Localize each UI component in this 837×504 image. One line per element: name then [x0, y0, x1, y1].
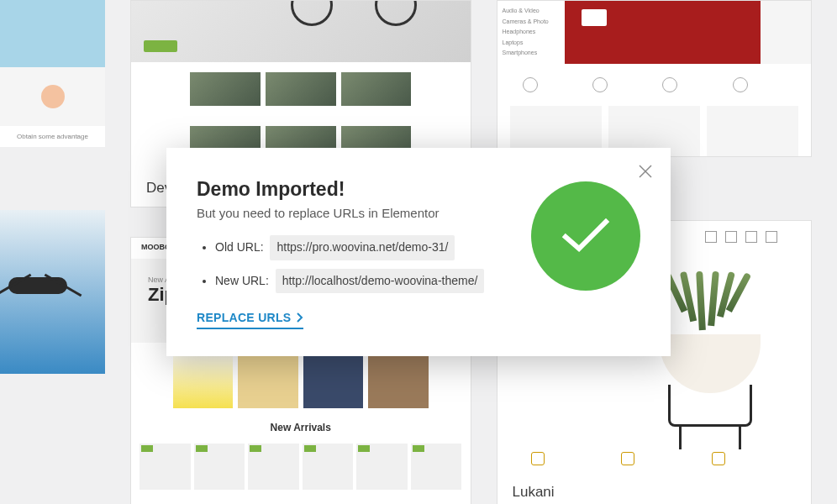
- sidebar-blue-banner: [0, 0, 105, 67]
- replace-urls-button[interactable]: Replace URLs: [197, 311, 303, 329]
- sidebar-drone-card: [0, 210, 105, 374]
- sidebar-image: [0, 67, 105, 126]
- new-url-label: New URL:: [215, 274, 269, 287]
- electronics-hero: [565, 1, 761, 64]
- devi-thumbs: [131, 62, 471, 116]
- close-icon: [639, 165, 652, 178]
- demo-card-electronics: Audio & VideoCameras & PhotoHeadphonesLa…: [497, 0, 813, 157]
- old-url-label: Old URL:: [215, 240, 264, 254]
- old-url-row: Old URL: https://pro.woovina.net/demo-31…: [215, 235, 514, 260]
- new-url-row: New URL: http://localhost/demo-woovina-t…: [215, 269, 514, 294]
- electronics-sidebar: Audio & VideoCameras & PhotoHeadphonesLa…: [497, 1, 565, 64]
- checkmark-icon: [561, 217, 611, 255]
- url-list: Old URL: https://pro.woovina.net/demo-31…: [197, 235, 514, 294]
- replace-urls-label: Replace URLs: [197, 311, 292, 324]
- electronics-side: [761, 1, 811, 64]
- sidebar-text: Obtain some advantage: [0, 126, 105, 147]
- old-url-value: https://pro.woovina.net/demo-31/: [270, 235, 455, 260]
- sidebar-column: Obtain some advantage: [0, 0, 105, 504]
- close-button[interactable]: [635, 161, 655, 181]
- demo-card-label: Lukani: [497, 474, 812, 504]
- sidebar-card-top: Obtain some advantage: [0, 0, 105, 147]
- lukani-features: [497, 444, 812, 474]
- electronics-features: [497, 64, 812, 106]
- mooboo-arrivals-title: New Arrivals: [131, 415, 471, 440]
- devi-hero: [131, 1, 471, 62]
- modal-title: Demo Imported!: [197, 178, 514, 201]
- mooboo-arrivals: [131, 440, 471, 493]
- demo-imported-modal: Demo Imported! But you need to replace U…: [166, 148, 671, 357]
- demo-card-label: MooBoo: [131, 493, 471, 504]
- success-icon: [531, 181, 640, 291]
- new-url-value: http://localhost/demo-woovina-theme/: [276, 269, 485, 294]
- chevron-right-icon: [297, 312, 303, 323]
- modal-subtitle: But you need to replace URLs in Elemento…: [197, 206, 514, 220]
